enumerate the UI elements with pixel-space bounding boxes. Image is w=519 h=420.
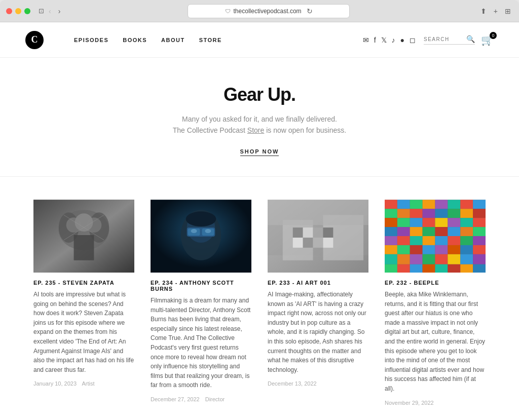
grid-button[interactable]: ⊞ bbox=[503, 6, 513, 16]
svg-rect-40 bbox=[435, 200, 448, 209]
svg-rect-72 bbox=[435, 236, 448, 245]
svg-rect-47 bbox=[423, 209, 435, 218]
new-tab-button[interactable]: + bbox=[492, 6, 500, 16]
episode-thumb-233 bbox=[268, 197, 368, 273]
nav-about[interactable]: ABOUT bbox=[161, 37, 185, 43]
hero-subtitle-1: Many of you asked for it, and we finally… bbox=[10, 113, 509, 125]
store-link[interactable]: Store bbox=[247, 126, 264, 134]
svg-rect-49 bbox=[448, 209, 460, 218]
site-header: C EPISODES BOOKS ABOUT STORE ✉ f 𝕏 ♪ ● ◻… bbox=[0, 22, 519, 58]
svg-rect-57 bbox=[448, 218, 460, 227]
svg-rect-62 bbox=[410, 227, 423, 236]
svg-rect-80 bbox=[435, 245, 448, 254]
spotify-icon[interactable]: ● bbox=[400, 36, 404, 44]
back-button[interactable]: ‹ bbox=[46, 6, 54, 16]
svg-rect-81 bbox=[448, 245, 460, 254]
browser-controls: ⊡ ‹ › bbox=[39, 6, 63, 16]
svg-rect-90 bbox=[460, 254, 473, 264]
search-button[interactable]: 🔍 bbox=[466, 35, 475, 43]
nav-books[interactable]: BOOKS bbox=[123, 37, 147, 43]
episode-card-235[interactable]: EP. 235 - STEVEN ZAPATA AI tools are imp… bbox=[25, 197, 142, 420]
svg-rect-91 bbox=[473, 254, 486, 264]
svg-rect-28 bbox=[303, 227, 313, 238]
svg-rect-97 bbox=[448, 264, 460, 273]
share-button[interactable]: ⬆ bbox=[478, 6, 489, 16]
svg-rect-74 bbox=[460, 236, 473, 245]
maximize-button[interactable] bbox=[24, 8, 30, 14]
svg-rect-39 bbox=[423, 200, 435, 209]
browser-titlebar: ⊡ ‹ › 🛡 thecollectivepodcast.com ↻ ⬆ + ⊞ bbox=[0, 0, 519, 22]
nav-store[interactable]: STORE bbox=[199, 37, 222, 43]
forward-button[interactable]: › bbox=[56, 6, 63, 16]
svg-rect-71 bbox=[423, 236, 435, 245]
svg-rect-29 bbox=[313, 227, 323, 238]
svg-rect-61 bbox=[397, 227, 410, 236]
close-button[interactable] bbox=[6, 8, 12, 14]
nav-episodes[interactable]: EPISODES bbox=[74, 37, 108, 43]
window-toggle-icon[interactable]: ⊡ bbox=[39, 7, 44, 15]
svg-rect-66 bbox=[460, 227, 473, 236]
ep-description-234: Filmmaking is a dream for many and multi… bbox=[151, 296, 251, 390]
svg-rect-92 bbox=[385, 264, 397, 273]
ep-meta-233: December 13, 2022 bbox=[268, 380, 368, 387]
svg-rect-89 bbox=[448, 254, 460, 264]
reload-button[interactable]: ↻ bbox=[307, 7, 313, 15]
ep-meta-234: December 27, 2022 Director bbox=[151, 396, 251, 402]
ep-meta-232: November 29, 2022 bbox=[385, 400, 486, 406]
ep-date-234: December 27, 2022 bbox=[151, 396, 200, 402]
url-text: thecollectivepodcast.com bbox=[234, 8, 302, 15]
email-icon[interactable]: ✉ bbox=[363, 36, 369, 44]
svg-rect-42 bbox=[460, 200, 473, 209]
shop-now-button[interactable]: SHOP NOW bbox=[240, 148, 279, 156]
svg-rect-83 bbox=[473, 245, 486, 254]
svg-rect-73 bbox=[448, 236, 460, 245]
subtitle-pre: The Collective Podcast bbox=[173, 126, 247, 134]
svg-rect-65 bbox=[448, 227, 460, 236]
svg-rect-50 bbox=[460, 209, 473, 218]
address-bar[interactable]: 🛡 thecollectivepodcast.com ↻ bbox=[188, 4, 350, 18]
svg-rect-75 bbox=[473, 236, 486, 245]
episode-card-232[interactable]: EP. 232 - BEEPLE Beeple, aka Mike Winkle… bbox=[377, 197, 494, 420]
svg-rect-26 bbox=[268, 200, 368, 225]
minimize-button[interactable] bbox=[15, 8, 21, 14]
music-icon[interactable]: ♪ bbox=[392, 36, 395, 44]
svg-rect-45 bbox=[397, 209, 410, 218]
svg-rect-34 bbox=[323, 238, 333, 248]
svg-point-8 bbox=[75, 213, 93, 232]
episode-card-233[interactable]: EP. 233 - AI ART 001 AI Image-making, af… bbox=[260, 197, 377, 420]
svg-rect-30 bbox=[323, 227, 333, 238]
ep-date-232: November 29, 2022 bbox=[385, 400, 434, 406]
svg-rect-46 bbox=[410, 209, 423, 218]
hero-subtitle-2: The Collective Podcast Store is now open… bbox=[10, 125, 509, 136]
episode-card-234[interactable]: EP. 234 - ANTHONY SCOTT BURNS Filmmaking… bbox=[142, 197, 260, 420]
search-area: 🔍 bbox=[424, 35, 475, 45]
svg-rect-60 bbox=[385, 227, 397, 236]
hero-title: Gear Up. bbox=[10, 84, 509, 105]
twitter-icon[interactable]: 𝕏 bbox=[381, 36, 387, 44]
ep-number-235: EP. 235 - STEVEN ZAPATA bbox=[33, 280, 134, 286]
svg-rect-37 bbox=[397, 200, 410, 209]
svg-rect-70 bbox=[410, 236, 423, 245]
svg-rect-79 bbox=[423, 245, 435, 254]
svg-rect-84 bbox=[385, 254, 397, 264]
svg-rect-68 bbox=[385, 236, 397, 245]
svg-point-19 bbox=[205, 229, 211, 233]
svg-rect-58 bbox=[460, 218, 473, 227]
episode-thumb-235 bbox=[33, 197, 134, 273]
episode-thumb-234 bbox=[151, 197, 251, 273]
search-input[interactable] bbox=[424, 36, 464, 42]
svg-rect-59 bbox=[473, 218, 486, 227]
instagram-icon[interactable]: ◻ bbox=[410, 36, 416, 44]
svg-rect-85 bbox=[397, 254, 410, 264]
browser-actions: ⬆ + ⊞ bbox=[478, 6, 513, 16]
ep-number-233: EP. 233 - AI ART 001 bbox=[268, 280, 368, 286]
site-logo[interactable]: C bbox=[25, 31, 44, 49]
cart-button[interactable]: 🛒 0 bbox=[481, 34, 494, 46]
svg-rect-94 bbox=[410, 264, 423, 273]
svg-rect-32 bbox=[303, 238, 313, 248]
ep-date-233: December 13, 2022 bbox=[268, 380, 317, 387]
svg-rect-87 bbox=[423, 254, 435, 264]
facebook-icon[interactable]: f bbox=[374, 36, 376, 44]
svg-rect-69 bbox=[397, 236, 410, 245]
svg-rect-54 bbox=[410, 218, 423, 227]
